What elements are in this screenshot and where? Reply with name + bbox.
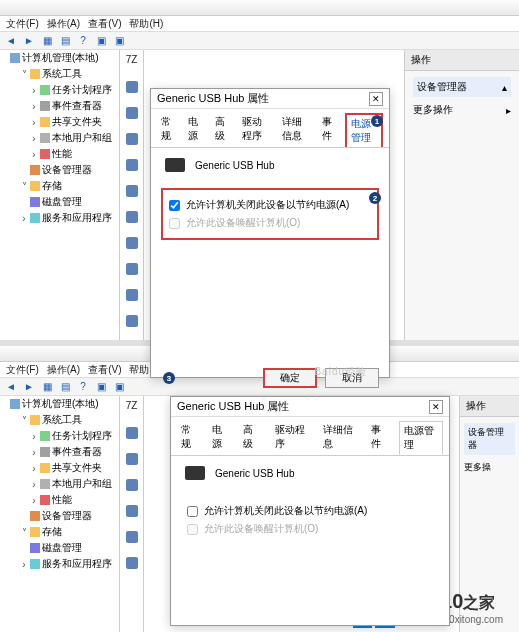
menu-help[interactable]: 帮助(H) (129, 17, 163, 31)
tabs: 常规 电源 高级 驱动程序 详细信息 事件 电源管理 (171, 417, 449, 456)
actions-devmgr[interactable]: 设备管理器 (464, 423, 515, 455)
tab-details[interactable]: 详细信息 (319, 421, 361, 455)
tab-driver[interactable]: 驱动程序 (271, 421, 313, 455)
actions-pane: 操作 设备管理器 更多操 (459, 396, 519, 632)
tree-root[interactable]: 计算机管理(本地) (10, 50, 119, 66)
device-icon[interactable] (126, 479, 138, 491)
usb-hub-icon (165, 158, 185, 172)
tab-advanced[interactable]: 高级 (211, 113, 232, 147)
device-icon[interactable] (126, 159, 138, 171)
nav-back-icon[interactable]: ◄ (4, 34, 18, 48)
actions-more[interactable]: 更多操 (464, 461, 515, 474)
tab-driver[interactable]: 驱动程序 (238, 113, 272, 147)
tree-systools[interactable]: ˅系统工具 (20, 412, 119, 428)
tree-task[interactable]: ›任务计划程序 (30, 428, 119, 444)
tree-devmgr[interactable]: 设备管理器 (30, 162, 119, 178)
device-icon[interactable] (126, 211, 138, 223)
tree-shared[interactable]: ›共享文件夹 (30, 114, 119, 130)
toolbar-item[interactable]: ▦ (40, 380, 54, 394)
tab-power[interactable]: 电源 (208, 421, 233, 455)
tree-task[interactable]: ›任务计划程序 (30, 82, 119, 98)
device-icon[interactable] (126, 531, 138, 543)
tree-users[interactable]: ›本地用户和组 (30, 476, 119, 492)
device-icon[interactable] (126, 107, 138, 119)
toolbar-item[interactable]: ▣ (112, 380, 126, 394)
nav-back-icon[interactable]: ◄ (4, 380, 18, 394)
opt-wake-checkbox (187, 524, 198, 535)
device-icon[interactable] (126, 315, 138, 327)
device-icon[interactable] (126, 133, 138, 145)
tree-storage[interactable]: ˅存储 (20, 178, 119, 194)
tree-label: 共享文件夹 (52, 461, 102, 475)
opt-allow-off[interactable]: 允许计算机关闭此设备以节约电源(A) (169, 196, 371, 214)
toolbar-item[interactable]: ▤ (58, 34, 72, 48)
opt-wake-checkbox (169, 218, 180, 229)
tree-services[interactable]: ›服务和应用程序 (20, 556, 119, 572)
tree-event[interactable]: ›事件查看器 (30, 444, 119, 460)
help-icon[interactable]: ? (76, 34, 90, 48)
tree-label: 设备管理器 (42, 509, 92, 523)
close-icon[interactable]: ✕ (429, 400, 443, 414)
tree-perf[interactable]: ›性能 (30, 492, 119, 508)
device-icon[interactable] (126, 289, 138, 301)
menu-file[interactable]: 文件(F) (6, 363, 39, 377)
device-icon[interactable] (126, 81, 138, 93)
tree-services[interactable]: ›服务和应用程序 (20, 210, 119, 226)
opt-wake-label: 允许此设备唤醒计算机(O) (186, 216, 300, 230)
marker-2: 2 (369, 192, 381, 204)
tab-general[interactable]: 常规 (157, 113, 178, 147)
tree-diskmgr[interactable]: 磁盘管理 (30, 540, 119, 556)
opt-allow-off[interactable]: 允许计算机关闭此设备以节约电源(A) (187, 502, 433, 520)
tree-root[interactable]: 计算机管理(本地) (10, 396, 119, 412)
toolbar-item[interactable]: ▦ (40, 34, 54, 48)
opt-allow-off-checkbox[interactable] (187, 506, 198, 517)
tab-advanced[interactable]: 高级 (239, 421, 264, 455)
chevron-right-icon: ▸ (506, 105, 511, 116)
menu-view[interactable]: 查看(V) (88, 17, 121, 31)
window-titlebar (0, 0, 519, 16)
actions-more[interactable]: 更多操作 ▸ (413, 103, 511, 117)
tree-diskmgr[interactable]: 磁盘管理 (30, 194, 119, 210)
opt-allow-off-checkbox[interactable] (169, 200, 180, 211)
tree-label: 共享文件夹 (52, 115, 102, 129)
menu-action[interactable]: 操作(A) (47, 17, 80, 31)
device-list-header: 7Z (124, 52, 140, 67)
tab-details[interactable]: 详细信息 (278, 113, 312, 147)
tree-perf[interactable]: ›性能 (30, 146, 119, 162)
tree-shared[interactable]: ›共享文件夹 (30, 460, 119, 476)
device-row: Generic USB Hub (151, 148, 389, 182)
device-icon[interactable] (126, 557, 138, 569)
close-icon[interactable]: ✕ (369, 92, 383, 106)
toolbar-item[interactable]: ▤ (58, 380, 72, 394)
menu-view[interactable]: 查看(V) (88, 363, 121, 377)
device-icon[interactable] (126, 263, 138, 275)
tree-event[interactable]: ›事件查看器 (30, 98, 119, 114)
menu-file[interactable]: 文件(F) (6, 17, 39, 31)
toolbar-item[interactable]: ▣ (94, 34, 108, 48)
tree-devmgr[interactable]: 设备管理器 (30, 508, 119, 524)
tree-label: 系统工具 (42, 67, 82, 81)
device-icon[interactable] (126, 237, 138, 249)
device-icon[interactable] (126, 453, 138, 465)
device-row: Generic USB Hub (171, 456, 449, 490)
device-icon[interactable] (126, 505, 138, 517)
nav-fwd-icon[interactable]: ► (22, 380, 36, 394)
actions-devmgr[interactable]: 设备管理器 ▴ (413, 77, 511, 97)
tab-events[interactable]: 事件 (318, 113, 339, 147)
tree-systools[interactable]: ˅系统工具 (20, 66, 119, 82)
help-icon[interactable]: ? (76, 380, 90, 394)
tab-general[interactable]: 常规 (177, 421, 202, 455)
device-icon[interactable] (126, 185, 138, 197)
tab-power[interactable]: 电源 (184, 113, 205, 147)
ok-button[interactable]: 确定 (263, 368, 317, 388)
menu-action[interactable]: 操作(A) (47, 363, 80, 377)
tab-power-mgmt[interactable]: 电源管理 (399, 421, 443, 455)
tree-storage[interactable]: ˅存储 (20, 524, 119, 540)
nav-fwd-icon[interactable]: ► (22, 34, 36, 48)
actions-header: 操作 (405, 50, 519, 71)
tab-events[interactable]: 事件 (367, 421, 392, 455)
toolbar-item[interactable]: ▣ (94, 380, 108, 394)
device-icon[interactable] (126, 427, 138, 439)
tree-users[interactable]: ›本地用户和组 (30, 130, 119, 146)
toolbar-item[interactable]: ▣ (112, 34, 126, 48)
